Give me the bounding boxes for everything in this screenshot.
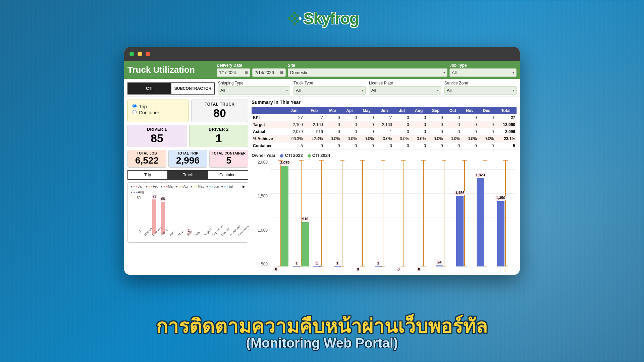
legend-cti-2024: CTI 2024 [308, 153, 330, 158]
app-window: Truck Utilization Delivery Date 1/1/2024… [124, 47, 520, 275]
jobtype-select[interactable]: All ▾ [449, 68, 517, 77]
truck-type-label: Truck Type [293, 81, 366, 85]
chevron-down-icon: ▾ [437, 88, 439, 92]
radio-trip[interactable]: Trip [132, 104, 183, 109]
mini-x-axis: JanuaryFebruaryMarchAprilMayJuneJulyAugu… [141, 234, 245, 242]
owner-tabs: CTI SUBCONTRACTOR [127, 82, 215, 95]
mini-bar: 73 [152, 199, 156, 234]
slide-caption: การติดตามความคืบหน้าผ่านเว็บพอร์ทัล (Mon… [0, 316, 644, 351]
truck-type-select[interactable]: All▾ [293, 86, 366, 95]
card-driver2: DRIVER 2 1 [189, 125, 248, 147]
caption-thai: การติดตามความคืบหน้าผ่านเว็บพอร์ทัล [0, 316, 644, 336]
table-header: Mar [324, 107, 341, 114]
radio-container[interactable]: Container [132, 110, 183, 115]
mini-legend-item: ●Jan [130, 185, 143, 188]
right-panel: Summary in This Year JanFebMarAprMayJunJ… [252, 100, 517, 273]
big-plot-area: 02,0791916110100241,4561,8231,350 [270, 160, 515, 266]
month-group: 1916 [291, 160, 311, 266]
table-row: KPI27270002700000027 [252, 114, 517, 121]
mini-y-axis: 500 [130, 196, 141, 234]
site-value: Domestic [290, 70, 308, 75]
table-row: % Achieve96.3%42.4%0.0%0.0%0.0%0.0%0.0%0… [252, 135, 517, 142]
table-header: Aug [410, 107, 427, 114]
chevron-right-icon[interactable]: ▶ [243, 185, 245, 188]
card-total-container: TOTAL CONTAINER 5 [209, 150, 248, 168]
delivery-date-label: Delivery Date [217, 63, 250, 68]
legend-title: Owner Year [252, 153, 275, 158]
mini-legend-item: ●Apr [176, 185, 189, 188]
seg-trip[interactable]: Trip [127, 170, 168, 180]
service-zone-label: Service Zone [444, 81, 517, 85]
jobtype-value: All [452, 70, 457, 75]
site-label: Site [288, 63, 447, 68]
logo-mark [285, 10, 302, 26]
month-group: 1,823 [474, 160, 495, 266]
month-group: 1,456 [454, 160, 475, 266]
chevron-down-icon: ▾ [362, 88, 363, 92]
big-y-axis: 2,0001,5001,000500 [252, 160, 268, 266]
card-total-trip: TOTAL TRIP 2,996 [168, 150, 207, 168]
table-row: Container5000000000005 [252, 142, 517, 149]
month-group: 1 [372, 160, 393, 266]
window-dot-yellow[interactable] [138, 52, 142, 56]
table-header: Sep [427, 107, 444, 114]
card-total-job: TOTAL JOB 6,522 [127, 150, 166, 168]
card-total-truck: TOTAL TRUCK 80 [191, 100, 248, 122]
table-header: Dec [478, 107, 495, 114]
calendar-icon: ▦ [280, 70, 283, 75]
table-header: Jun [375, 107, 393, 114]
table-row: Actual2,07991600010000002,996 [252, 128, 517, 135]
table-header: Apr [341, 107, 358, 114]
month-group: 1 [311, 160, 332, 266]
mini-segment: Trip Truck Container [127, 170, 248, 180]
mini-chart-legend: ●Jan●Feb●Mar●Apr●May●Jun●Jul●Aug [130, 185, 245, 194]
jobtype-label: Job Type [449, 63, 517, 68]
table-header: Jul [393, 107, 411, 114]
license-plate-label: License Plate [369, 81, 441, 85]
brand-name: Skyfrog [304, 9, 359, 27]
date-from-input[interactable]: 1/1/2024 ▦ [217, 68, 250, 77]
legend-cti-2023: CTI 2023 [280, 153, 303, 158]
chevron-down-icon: ▾ [443, 71, 445, 74]
mini-bar-chart: ●Jan●Feb●Mar●Apr●May●Jun●Jul●Aug ▶ 500 7… [127, 182, 248, 243]
month-group: 1 [332, 160, 352, 266]
mode-radio-card: Trip Container [127, 100, 189, 122]
big-bar-chart: 2,0001,5001,000500 02,0791916110100241,4… [252, 160, 517, 273]
total-truck-value: 80 [194, 107, 245, 120]
mini-legend-item: ●Mar [161, 185, 174, 188]
service-zone-select[interactable]: All▾ [444, 86, 517, 95]
month-group: 24 [434, 160, 454, 266]
window-dot-green[interactable] [129, 52, 134, 56]
header-band: Truck Utilization Delivery Date 1/1/2024… [124, 61, 520, 79]
month-group: 1,350 [495, 160, 515, 266]
table-header: Jan [284, 107, 304, 114]
table-row: Target2,1602,1600002,16000000012,960 [252, 121, 517, 128]
month-group: 0 [413, 160, 434, 266]
main-area: Trip Container TOTAL TRUCK 80 DRIVER 1 8… [124, 97, 520, 273]
chevron-down-icon: ▾ [513, 88, 514, 92]
table-header: Nov [461, 107, 478, 114]
site-select[interactable]: Domestic ▾ [288, 68, 447, 77]
license-plate-select[interactable]: All▾ [369, 86, 441, 95]
summary-table: JanFebMarAprMayJunJulAugSepOctNovDecTota… [252, 107, 517, 149]
shipping-type-select[interactable]: All▾ [218, 86, 290, 95]
table-header: Total [495, 107, 517, 114]
tab-cti[interactable]: CTI [127, 82, 171, 95]
radio-container-input[interactable] [132, 110, 137, 114]
seg-container[interactable]: Container [208, 170, 248, 180]
radio-trip-input[interactable] [132, 104, 137, 108]
seg-truck[interactable]: Truck [168, 170, 208, 180]
tab-subcontractor[interactable]: SUBCONTRACTOR [171, 82, 215, 95]
date-from-value: 1/1/2024 [219, 70, 236, 75]
summary-title: Summary in This Year [252, 100, 517, 105]
month-group: 0 [352, 160, 372, 266]
card-driver1: DRIVER 1 85 [127, 125, 186, 147]
big-chart-legend: Owner Year CTI 2023 CTI 2024 [252, 153, 517, 158]
table-header: Feb [304, 107, 324, 114]
calendar-icon: ▦ [245, 70, 248, 75]
caption-english: (Monitoring Web Portal) [0, 336, 644, 351]
date-to-input[interactable]: 2/14/2026 ▦ [252, 68, 286, 77]
window-dot-orange[interactable] [146, 52, 150, 56]
left-panel: Trip Container TOTAL TRUCK 80 DRIVER 1 8… [127, 100, 248, 273]
date-to-value: 2/14/2026 [255, 70, 274, 75]
